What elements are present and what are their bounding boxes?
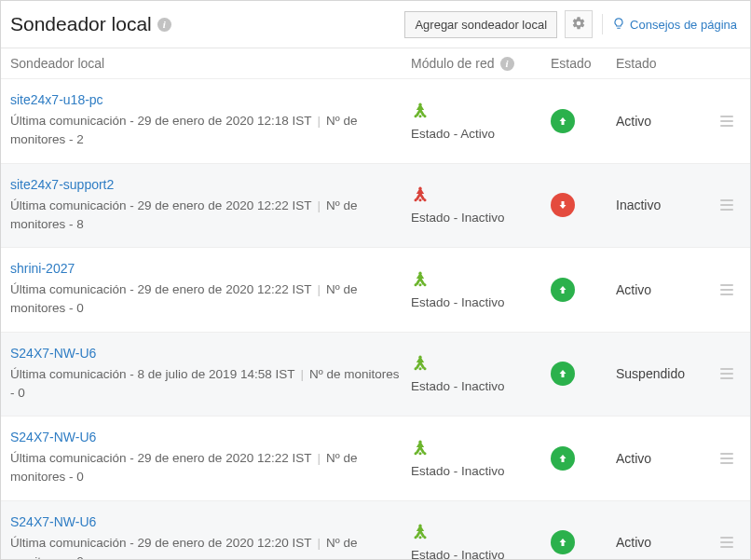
network-icon — [411, 185, 430, 205]
probe-subtext: Última comunicación - 29 de enero de 202… — [10, 534, 400, 561]
info-icon[interactable]: i — [157, 18, 171, 32]
cell-actions — [709, 196, 737, 214]
cell-status — [551, 193, 616, 217]
col-header-net-text: Módulo de red — [411, 56, 495, 71]
row-menu-button[interactable] — [717, 196, 737, 214]
svg-point-7 — [424, 198, 427, 201]
svg-point-17 — [415, 452, 417, 455]
network-state-label: Estado - Inactivo — [411, 464, 505, 478]
row-menu-button[interactable] — [717, 112, 737, 130]
table-row: site24x7-support2Última comunicación - 2… — [1, 164, 750, 249]
network-icon — [411, 270, 430, 290]
svg-point-10 — [419, 283, 422, 286]
cell-status — [551, 446, 616, 471]
row-menu-button[interactable] — [717, 533, 737, 552]
separator: | — [317, 198, 321, 212]
cell-state: Activo — [616, 535, 709, 550]
page-title-text: Sondeador local — [10, 13, 152, 35]
info-icon[interactable]: i — [500, 57, 514, 71]
cell-network-module: Estado - Inactivo — [411, 439, 551, 478]
svg-point-12 — [418, 356, 421, 359]
svg-point-9 — [415, 283, 417, 286]
status-up-icon — [551, 278, 575, 302]
table-row: site24x7-u18-pcÚltima comunicación - 29 … — [1, 79, 750, 164]
svg-point-23 — [424, 536, 427, 539]
cell-state: Activo — [616, 282, 709, 297]
separator: | — [317, 114, 321, 128]
page-title: Sondeador local i — [10, 13, 171, 35]
cell-actions — [709, 112, 737, 130]
row-menu-button[interactable] — [717, 364, 737, 383]
cell-status — [551, 362, 616, 386]
svg-point-22 — [419, 536, 422, 539]
add-local-probe-button[interactable]: Agregar sondeador local — [404, 11, 557, 38]
network-icon — [411, 439, 430, 458]
cell-actions — [709, 364, 737, 383]
col-header-name[interactable]: Sondeador local — [10, 56, 411, 71]
page-tips-link[interactable]: Consejos de página — [612, 16, 737, 34]
probe-name-link[interactable]: S24X7-NW-U6 — [10, 514, 411, 529]
probe-subtext: Última comunicación - 29 de enero de 202… — [10, 197, 400, 235]
cell-actions — [709, 533, 737, 552]
probe-name-link[interactable]: shrini-2027 — [10, 261, 411, 276]
status-up-icon — [551, 109, 575, 133]
separator: | — [317, 536, 321, 550]
network-state-label: Estado - Inactivo — [411, 548, 505, 560]
probe-name-link[interactable]: site24x7-support2 — [10, 177, 411, 192]
cell-state: Suspendido — [616, 366, 709, 381]
cell-actions — [709, 280, 737, 299]
table-body: site24x7-u18-pcÚltima comunicación - 29 … — [1, 79, 750, 560]
cell-network-module: Estado - Inactivo — [411, 270, 551, 309]
col-header-state[interactable]: Estado — [616, 56, 709, 71]
col-header-net[interactable]: Módulo de red i — [411, 56, 551, 71]
svg-point-4 — [418, 187, 421, 190]
svg-point-8 — [418, 271, 421, 274]
table-row: S24X7-NW-U6Última comunicación - 29 de e… — [1, 417, 750, 501]
svg-point-16 — [418, 440, 421, 443]
svg-point-13 — [415, 367, 417, 370]
cell-actions — [709, 449, 737, 468]
table-row: shrini-2027Última comunicación - 29 de e… — [1, 248, 750, 333]
cell-network-module: Estado - Inactivo — [411, 523, 551, 560]
table-row: S24X7-NW-U6Última comunicación - 29 de e… — [1, 501, 750, 561]
network-state-label: Estado - Activo — [411, 127, 495, 141]
probe-name-link[interactable]: site24x7-u18-pc — [10, 92, 411, 107]
cell-status — [551, 109, 616, 133]
gear-icon — [571, 16, 586, 34]
settings-button[interactable] — [565, 10, 593, 38]
svg-point-0 — [418, 102, 421, 105]
cell-state: Activo — [616, 451, 709, 466]
svg-point-3 — [424, 115, 427, 117]
network-icon — [411, 354, 430, 374]
row-menu-button[interactable] — [717, 280, 737, 299]
cell-name: S24X7-NW-U6Última comunicación - 8 de ju… — [10, 346, 411, 403]
network-state-label: Estado - Inactivo — [411, 295, 505, 309]
cell-status — [551, 278, 616, 302]
cell-status — [551, 530, 616, 554]
probe-subtext: Última comunicación - 29 de enero de 202… — [10, 112, 400, 150]
status-up-icon — [551, 530, 575, 554]
cell-state: Activo — [616, 114, 709, 129]
cell-name: site24x7-u18-pcÚltima comunicación - 29 … — [10, 92, 411, 150]
header-actions: Agregar sondeador local Consejos de pági… — [404, 10, 737, 38]
probe-subtext: Última comunicación - 8 de julio de 2019… — [10, 365, 400, 403]
svg-point-11 — [424, 283, 427, 286]
svg-point-2 — [419, 115, 422, 117]
svg-point-6 — [419, 198, 422, 201]
cell-name: S24X7-NW-U6Última comunicación - 29 de e… — [10, 430, 411, 487]
svg-point-19 — [424, 452, 427, 455]
status-up-icon — [551, 362, 575, 386]
row-menu-button[interactable] — [717, 449, 737, 468]
svg-point-14 — [419, 367, 422, 370]
status-down-icon — [551, 193, 575, 217]
probe-subtext: Última comunicación - 29 de enero de 202… — [10, 449, 400, 487]
cell-name: S24X7-NW-U6Última comunicación - 29 de e… — [10, 514, 411, 561]
col-header-status[interactable]: Estado — [551, 56, 616, 71]
cell-name: shrini-2027Última comunicación - 29 de e… — [10, 261, 411, 319]
svg-point-20 — [418, 525, 421, 527]
svg-point-1 — [415, 115, 417, 117]
svg-point-5 — [415, 198, 417, 201]
network-state-label: Estado - Inactivo — [411, 379, 505, 393]
probe-name-link[interactable]: S24X7-NW-U6 — [10, 346, 411, 361]
probe-name-link[interactable]: S24X7-NW-U6 — [10, 430, 411, 444]
